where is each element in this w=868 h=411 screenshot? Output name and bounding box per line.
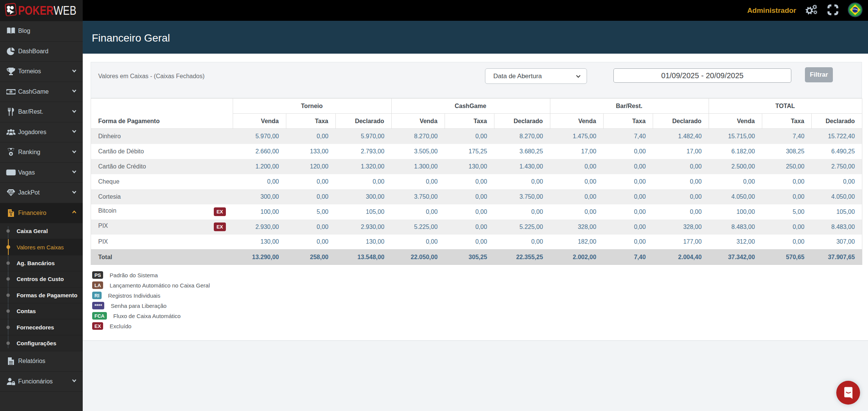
svg-text:1: 1 xyxy=(10,90,12,94)
svg-text:$: $ xyxy=(10,213,12,216)
